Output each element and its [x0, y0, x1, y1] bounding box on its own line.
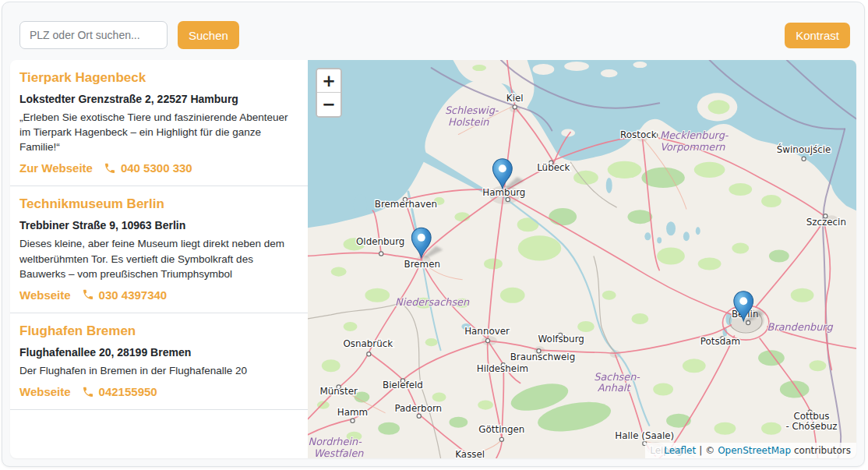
contributors-text: contributors [794, 445, 851, 456]
website-link[interactable]: Webseite [19, 288, 71, 302]
zoom-out-button[interactable]: − [317, 93, 340, 116]
zoom-in-button[interactable]: + [317, 69, 340, 93]
city-label: Wolfsburg [538, 334, 584, 345]
listing-card: Tierpark Hagenbeck Lokstedter Grenzstraß… [10, 60, 308, 186]
topbar: Suchen Kontrast [10, 10, 856, 60]
phone-number: 030 4397340 [99, 288, 168, 302]
city-label: Halle (Saale) [615, 430, 674, 441]
state-label: Sachsen- [594, 371, 640, 383]
listing-address: Flughafenallee 20, 28199 Bremen [19, 346, 298, 359]
city-label: Hannover [464, 326, 510, 337]
listing-description: „Erleben Sie exotische Tiere und faszini… [19, 110, 298, 154]
map-attribution: Leaflet | © OpenStreetMap contributors [645, 443, 856, 458]
city-label: Bielefeld [383, 380, 423, 390]
state-label: Nordrhein- [309, 436, 363, 447]
phone-link[interactable]: 040 5300 330 [104, 161, 192, 175]
listing-card: Technikmuseum Berlin Trebbiner Straße 9,… [10, 186, 308, 313]
city-label: Oldenburg [356, 236, 404, 247]
city-dot [513, 105, 517, 109]
phone-number: 040 5300 330 [121, 161, 192, 175]
city-label: Osnabrück [343, 338, 393, 349]
listing-description: Dieses kleine, aber feine Museum liegt d… [19, 236, 298, 281]
city-label: Cottbus [793, 411, 829, 422]
phone-link[interactable]: 042155950 [82, 385, 157, 398]
map-zoom-control: + − [316, 68, 342, 118]
state-label: Anhalt [598, 382, 632, 394]
listing-title: Tierpark Hagenbeck [19, 70, 298, 86]
city-dot [802, 157, 806, 161]
city-label: Rostock [620, 129, 657, 140]
content-card: Tierpark Hagenbeck Lokstedter Grenzstraß… [10, 60, 856, 458]
city-label: Bremerhaven [375, 199, 437, 210]
copyright-symbol: © [705, 445, 715, 456]
osm-link[interactable]: OpenStreetMap [718, 445, 791, 456]
city-label: Hamburg [482, 187, 525, 198]
city-label: Kassel [455, 449, 485, 458]
phone-link[interactable]: 030 4397340 [82, 288, 168, 302]
city-label: Braunschweig [510, 352, 576, 362]
city-label: Szczecin [806, 217, 846, 228]
city-label: Bremen [404, 258, 440, 269]
phone-icon [82, 386, 94, 398]
app-container: Suchen Kontrast Tierpark Hagenbeck Lokst… [2, 2, 865, 467]
state-label: Schleswig- [445, 104, 499, 116]
city-label: Kiel [506, 93, 524, 104]
city-label: - Chóśebuz [785, 421, 837, 432]
city-dot [499, 437, 503, 441]
state-label: Mecklenburg- [660, 129, 729, 141]
phone-number: 042155950 [99, 385, 157, 398]
state-label: Westfalen [314, 447, 365, 458]
listing-description: Der Flughafen in Bremen in der Flughafen… [19, 363, 298, 378]
leaflet-link[interactable]: Leaflet [664, 445, 696, 456]
city-label: Lübeck [537, 162, 570, 173]
map-canvas: Schleswig-HolsteinMecklenburg-Vorpommern… [308, 60, 856, 458]
city-dot [485, 338, 489, 342]
listing-title: Flughafen Bremen [19, 323, 298, 339]
attribution-separator: | [699, 445, 702, 456]
city-label: Hamm [337, 407, 368, 418]
ukraine-flag-icon [650, 447, 661, 454]
city-dot [417, 414, 421, 418]
state-label: Vorpommern [660, 141, 725, 153]
city-label: Göttingen [478, 424, 524, 435]
search-button[interactable]: Suchen [178, 21, 239, 49]
map[interactable]: Schleswig-HolsteinMecklenburg-Vorpommern… [308, 60, 856, 458]
results-sidebar: Tierpark Hagenbeck Lokstedter Grenzstraß… [10, 60, 308, 458]
city-label: Münster [319, 385, 357, 396]
city-dot [367, 352, 371, 356]
city-label: Potsdam [700, 336, 740, 347]
listing-title: Technikmuseum Berlin [19, 196, 298, 212]
city-label: Hildesheim [477, 363, 528, 374]
listing-card: Flughafen Bremen Flughafenallee 20, 2819… [10, 313, 308, 410]
city-label: Świnoujście [777, 143, 831, 155]
city-dot [506, 197, 510, 201]
phone-icon [104, 162, 116, 175]
city-label: Paderborn [394, 403, 442, 414]
state-label: Niedersachsen [395, 296, 470, 308]
listing-address: Trebbiner Straße 9, 10963 Berlin [19, 219, 298, 231]
website-link[interactable]: Zur Webseite [19, 161, 93, 175]
website-link[interactable]: Webseite [19, 385, 71, 398]
city-dot [351, 419, 355, 422]
state-label: Holstein [448, 116, 489, 128]
state-label: Brandenburg [767, 321, 834, 333]
city-dot [379, 252, 383, 256]
phone-icon [82, 288, 94, 301]
contrast-button[interactable]: Kontrast [785, 23, 850, 48]
search-input[interactable] [19, 21, 168, 49]
listing-address: Lokstedter Grenzstraße 2, 22527 Hamburg [19, 93, 298, 105]
